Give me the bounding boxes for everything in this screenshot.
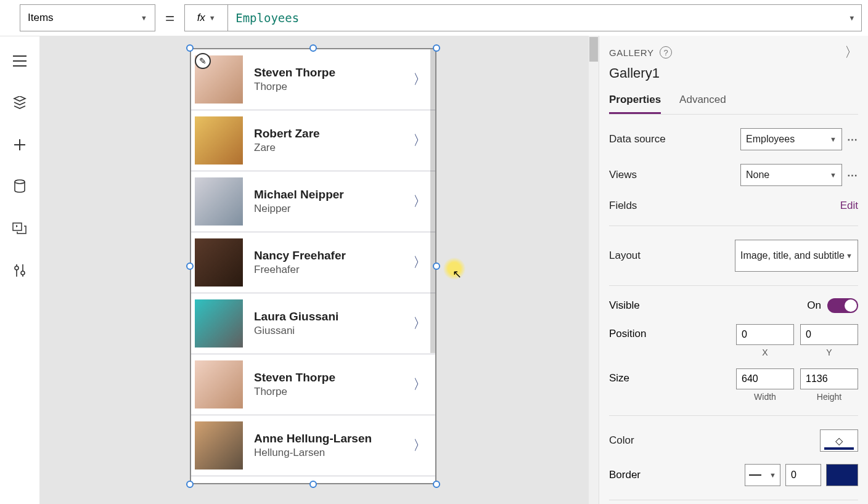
chevron-down-icon: ▼ (141, 14, 147, 22)
gallery-selection[interactable]: ✎ Steven Thorpe Thorpe 〉 Rober (190, 48, 436, 484)
tab-advanced[interactable]: Advanced (679, 94, 726, 114)
tab-properties[interactable]: Properties (609, 94, 661, 114)
svg-point-0 (15, 180, 25, 184)
svg-rect-1 (13, 223, 22, 230)
hamburger-icon[interactable] (12, 54, 27, 68)
row-fields: Fields Edit (609, 200, 858, 212)
more-icon[interactable]: ⋯ (847, 169, 858, 182)
visible-toggle[interactable] (827, 298, 858, 313)
chevron-right-icon[interactable]: 〉 (413, 436, 427, 455)
resize-handle[interactable] (433, 44, 440, 52)
item-text: Michael Neipper Neipper (243, 188, 413, 215)
property-dropdown[interactable]: Items ▼ (20, 4, 155, 31)
resize-handle[interactable] (186, 262, 194, 270)
formula-input[interactable]: Employees ▼ (227, 4, 862, 31)
row-views: Views None ▼ ⋯ (609, 164, 858, 186)
panel-header: GALLERY ? 〉 (609, 43, 858, 62)
resize-handle[interactable] (433, 481, 440, 488)
chevron-right-icon[interactable]: 〉 (413, 375, 427, 394)
label-y: Y (826, 348, 832, 357)
position-y-input[interactable] (800, 324, 858, 345)
media-icon[interactable] (12, 221, 27, 236)
size-height-input[interactable] (800, 368, 858, 389)
row-data-source: Data source Employees ▼ ⋯ (609, 128, 858, 150)
chevron-right-icon[interactable]: 〉 (413, 314, 427, 333)
tools-icon[interactable] (12, 263, 27, 278)
scroll-thumb[interactable] (589, 37, 598, 62)
size-width-input[interactable] (736, 368, 794, 389)
label-position: Position (609, 324, 646, 340)
label-height: Height (817, 392, 841, 402)
resize-handle[interactable] (309, 44, 317, 52)
fx-label: fx (197, 12, 205, 24)
panel-type-label: GALLERY (609, 47, 653, 58)
chevron-right-icon[interactable]: 〉 (413, 192, 427, 211)
position-x-input[interactable] (736, 324, 794, 345)
left-nav-rail (0, 36, 39, 504)
edit-template-icon[interactable]: ✎ (195, 53, 211, 69)
color-picker[interactable]: ◇ (820, 429, 858, 452)
chevron-right-icon[interactable]: 〉 (413, 131, 427, 150)
divider (609, 285, 858, 286)
chevron-down-icon: ▼ (846, 252, 853, 259)
color-preview-strip (824, 447, 854, 450)
tree-view-icon[interactable] (12, 96, 27, 110)
label-views: Views (609, 169, 740, 181)
label-data-source: Data source (609, 133, 740, 145)
chevron-right-icon[interactable]: 〉 (413, 70, 427, 89)
gallery-scrollbar[interactable] (430, 49, 435, 353)
item-title: Steven Thorpe (254, 371, 413, 384)
list-item[interactable]: Robert Zare Zare 〉 (191, 110, 435, 171)
border-color-swatch[interactable] (826, 464, 858, 486)
svg-point-2 (15, 266, 18, 270)
data-icon[interactable] (12, 179, 27, 194)
border-line-icon (749, 474, 761, 476)
cursor-highlight (443, 258, 465, 280)
canvas[interactable]: ✎ Steven Thorpe Thorpe 〉 Rober (39, 36, 599, 504)
views-value: None (746, 169, 769, 181)
resize-handle[interactable] (186, 44, 194, 52)
item-subtitle: Thorpe (254, 81, 413, 93)
item-text: Robert Zare Zare (243, 127, 413, 154)
label-layout: Layout (609, 250, 735, 262)
list-item[interactable]: Steven Thorpe Thorpe 〉 (191, 354, 435, 415)
border-width-input[interactable] (785, 464, 821, 486)
canvas-scrollbar[interactable] (589, 36, 599, 504)
more-icon[interactable]: ⋯ (847, 133, 858, 146)
list-item[interactable]: Michael Neipper Neipper 〉 (191, 171, 435, 232)
edit-fields-link[interactable]: Edit (840, 200, 858, 212)
fx-button[interactable]: fx ▼ (184, 4, 227, 31)
label-x: X (762, 348, 768, 357)
resize-handle[interactable] (186, 481, 194, 488)
chevron-right-icon[interactable]: 〉 (845, 43, 858, 62)
list-item[interactable]: Nancy Freehafer Freehafer 〉 (191, 232, 435, 293)
item-title: Michael Neipper (254, 188, 413, 201)
item-text: Anne Hellung-Larsen Hellung-Larsen (243, 432, 413, 459)
formula-text: Employees (235, 11, 299, 25)
item-subtitle: Giussani (254, 325, 413, 337)
data-source-dropdown[interactable]: Employees ▼ (740, 128, 842, 150)
row-size: Size Width Height (609, 368, 858, 402)
control-name: Gallery1 (609, 65, 858, 81)
row-color: Color ◇ (609, 429, 858, 452)
list-item[interactable]: Anne Hellung-Larsen Hellung-Larsen 〉 (191, 415, 435, 476)
chevron-right-icon[interactable]: 〉 (413, 253, 427, 272)
resize-handle[interactable] (309, 481, 317, 488)
row-border: Border ▼ (609, 464, 858, 486)
label-visible: Visible (609, 299, 640, 312)
layout-dropdown[interactable]: Image, title, and subtitle ▼ (735, 240, 858, 272)
views-dropdown[interactable]: None ▼ (740, 164, 842, 186)
border-style-dropdown[interactable]: ▼ (745, 464, 780, 486)
item-subtitle: Neipper (254, 203, 413, 215)
help-icon[interactable]: ? (660, 46, 672, 59)
list-item[interactable]: Laura Giussani Giussani 〉 (191, 293, 435, 354)
avatar (195, 238, 243, 287)
resize-handle[interactable] (433, 262, 440, 270)
divider (609, 226, 858, 226)
chevron-down-icon: ▼ (769, 471, 776, 479)
item-text: Laura Giussani Giussani (243, 310, 413, 337)
insert-icon[interactable] (12, 137, 27, 152)
formula-bar: Items ▼ = fx ▼ Employees ▼ (0, 0, 868, 36)
gallery-control[interactable]: ✎ Steven Thorpe Thorpe 〉 Rober (190, 48, 436, 484)
list-item[interactable]: Steven Thorpe Thorpe 〉 (191, 49, 435, 110)
